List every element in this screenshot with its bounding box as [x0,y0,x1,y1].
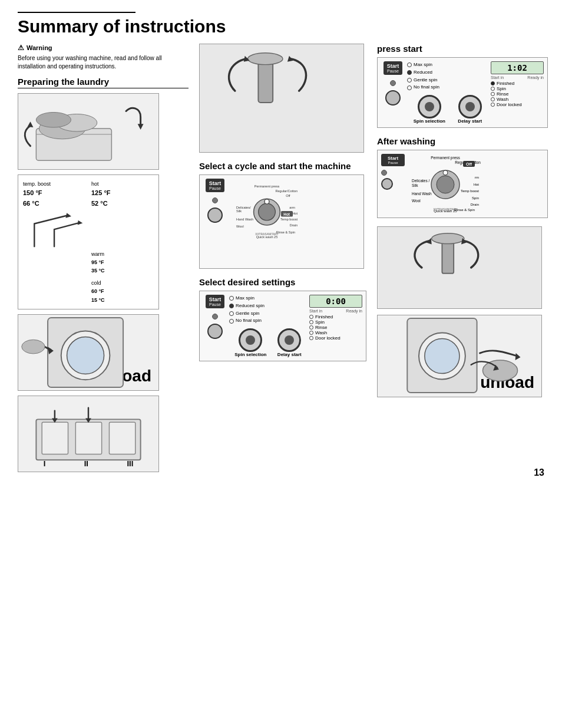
ps-finished-dot [491,81,495,85]
spin-selection-label: Spin selection [234,352,266,357]
ps-display: 1:02 [491,61,544,74]
settings-panel: Start Pause Max spin [199,291,366,361]
ps-start-label: Start [387,63,399,69]
ps-spin-dial[interactable] [418,95,441,118]
after-washing-section: After washing Start Pause [377,136,548,218]
ps-spin-reduced: Reduced [407,69,488,77]
spin-max-label: Max spin [236,295,254,302]
hot-c: 52 °C [91,199,154,209]
svg-point-43 [259,203,276,220]
press-start-heading: press start [377,44,548,54]
ps-circle[interactable] [385,90,401,106]
settings-display-area: 0:00 Start in Ready in Finished [309,295,362,341]
svg-text:Off: Off [286,194,290,197]
spin-max: Max spin [229,295,307,302]
press-start-btn[interactable]: Start Pause [384,61,403,75]
warning-icon: ⚠ [18,44,24,52]
ps-gentle-label: Gentle spin [414,77,437,84]
ps-door-label: Door locked [497,102,522,107]
svg-rect-15 [42,422,68,454]
spin-dial[interactable] [239,328,262,352]
ps-gentle-dot [407,78,412,83]
temp-chart: temp. boost 150 °F 66 °C hot 125 °F 52 °… [18,174,159,309]
warning-label: Warning [27,44,52,51]
rinse-dot [309,325,313,330]
svg-text:Delicates /: Delicates / [412,179,430,183]
ps-max-dot [407,62,412,67]
temp-boost-f: 150 °F [23,188,85,199]
settings-circle[interactable] [207,324,223,339]
door-label: Door locked [315,335,340,341]
spin-gentle-label: Gentle spin [236,310,259,318]
warm-c: 35 °C [91,266,154,275]
spin-options-area: Max spin Reduced spin Gentle spin [229,295,307,357]
after-dial-area: Permanent press Regular/Cotton Delicates… [407,154,544,214]
svg-point-44 [265,199,269,204]
warning-section: ⚠ Warning Before using your washing mach… [18,44,189,71]
spin-status-label: Spin [315,319,325,325]
cycle-section: Select a cycle and start the machine Sta… [199,161,366,269]
ps-spin-dial-container: Spin selection [414,95,445,124]
page-title: Summary of instructions [18,17,544,37]
right-column: press start Start Pause [371,44,548,472]
svg-text:Permanent press: Permanent press [431,156,460,160]
svg-rect-17 [109,422,135,454]
ps-spin-options: Max spin Reduced Gentle spin [407,61,488,91]
pause-label: Pause [209,186,222,190]
svg-text:arm: arm [289,206,295,209]
after-circle[interactable] [381,178,393,190]
ps-wash-dot [491,97,495,101]
svg-marker-6 [28,121,34,127]
svg-marker-7 [65,213,71,218]
ready-labels: Start in Ready in [309,309,362,313]
cold-c: 15 °C [91,296,154,304]
laundry-image [18,93,159,170]
after-start-lbl: Start [385,156,401,161]
svg-text:Drain: Drain [290,223,297,227]
svg-text:Hand Wash: Hand Wash [412,192,432,196]
ps-spin-status: Spin [497,86,506,91]
after-washing-heading: After washing [377,136,548,146]
settings-start-label: Start [209,297,222,302]
wash-dot [309,331,313,335]
ps-spin-max: Max spin [407,61,488,69]
status-wash: Wash [309,330,362,335]
door-dot [309,336,313,340]
ps-spin-dot [491,87,495,91]
ps-ready-labels: Start in Ready in [491,75,544,80]
spin-dial-inner [246,335,255,345]
warm-f: 95 °F [91,258,154,266]
start-led [212,197,218,203]
start-in-label: Start in [309,309,322,313]
ps-dial-area: Spin selection Delay start [407,95,488,124]
ps-spin-none: No final spin [407,84,488,91]
settings-start-area: Start Pause [203,295,227,339]
after-start-btn[interactable]: Start Pause [381,154,405,166]
spin-reduced-label: Reduced spin [236,302,265,310]
ps-start-in: Start in [491,75,504,80]
ps-door-dot [491,103,495,107]
ps-rinse-dot [491,92,495,96]
cycle-start-btn[interactable]: Start Pause [206,179,225,192]
settings-start-btn[interactable]: Start Pause [206,295,225,308]
svg-text:Temp boost: Temp boost [280,218,297,221]
top-rule [18,12,135,13]
press-start-section: press start Start Pause [377,44,548,128]
cycle-dial-area: Permanent press Regular/Cotton Delicates… [229,179,305,243]
svg-text:Delicates/: Delicates/ [236,206,251,209]
spin-none: No final spin [229,317,307,325]
load-image: load [18,314,159,391]
temp-boost-label: temp. boost [23,180,85,188]
svg-text:Spin: Spin [472,196,479,200]
svg-text:rm: rm [475,176,479,179]
ps-delay-container: Delay start [458,95,482,124]
ps-spin-dial-label: Spin selection [414,118,445,124]
press-start-btn-area: Start Pause [381,61,405,106]
ps-none-dot [407,85,412,90]
settings-panel-grid: Start Pause Max spin [203,295,362,357]
turn-on-image: turn on [199,44,364,153]
delay-dial[interactable] [277,328,301,352]
ps-delay-dial[interactable] [458,95,482,118]
finished-dot [309,315,313,319]
start-circle[interactable] [207,207,223,223]
